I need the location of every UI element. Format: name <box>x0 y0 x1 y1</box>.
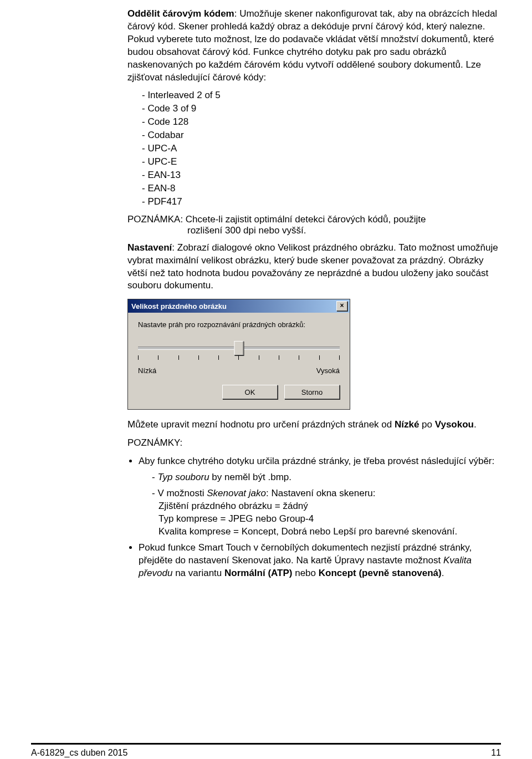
list-item: Interleaved 2 of 5 <box>142 90 501 101</box>
slider-thumb[interactable] <box>234 341 244 355</box>
settings-paragraph: Nastavení: Zobrazí dialogové okno Veliko… <box>127 242 501 293</box>
slider-ticks <box>138 355 340 360</box>
list-item: EAN-13 <box>142 170 501 181</box>
list-item: EAN-8 <box>142 183 501 194</box>
note-line: rozlišení 300 dpi nebo vyšší. <box>127 225 501 236</box>
list-item: Typ souboru by neměl být .bmp. <box>152 471 501 484</box>
footer-doc-id: A-61829_cs duben 2015 <box>31 748 127 758</box>
footer-page-number: 11 <box>491 748 501 758</box>
slider-label-high: Vysoká <box>316 366 340 375</box>
text-barcode-separation: : Umožňuje skener nakonfigurovat tak, ab… <box>127 8 497 83</box>
list-item: Pokud funkce Smart Touch v černobílých d… <box>139 542 501 580</box>
barcode-separation-paragraph: Oddělit čárovým kódem: Umožňuje skener n… <box>127 8 501 84</box>
barcode-list: Interleaved 2 of 5 Code 3 of 9 Code 128 … <box>127 90 501 207</box>
list-item: PDF417 <box>142 196 501 207</box>
ok-button[interactable]: OK <box>222 385 278 399</box>
cancel-button[interactable]: Storno <box>284 385 340 399</box>
note-dpi: POZNÁMKA: Chcete-li zajistit optimální d… <box>127 214 501 236</box>
text-settings: : Zobrazí dialogové okno Velikost prázdn… <box>127 242 498 291</box>
slider-label-low: Nízká <box>138 366 156 375</box>
notes-list: Aby funkce chytrého dotyku určila prázdn… <box>127 455 501 579</box>
label-settings: Nastavení <box>127 242 172 253</box>
list-item: V možnosti Skenovat jako: Nastavení okna… <box>152 487 501 538</box>
threshold-slider[interactable] <box>138 341 340 364</box>
list-item: UPC-A <box>142 143 501 154</box>
page-footer: A-61829_cs duben 2015 11 <box>31 743 501 758</box>
list-item: UPC-E <box>142 156 501 167</box>
threshold-range-paragraph: Můžete upravit mezní hodnotu pro určení … <box>127 419 501 431</box>
dialog-titlebar[interactable]: Velikost prázdného obrázku × <box>128 299 350 313</box>
list-item: Code 128 <box>142 116 501 128</box>
notes-heading: POZNÁMKY: <box>127 437 501 450</box>
list-item: Code 3 of 9 <box>142 103 501 114</box>
list-item: Codabar <box>142 130 501 141</box>
dialog-title: Velikost prázdného obrázku <box>131 302 227 310</box>
blank-image-size-dialog: Velikost prázdného obrázku × Nastavte pr… <box>127 299 350 410</box>
dialog-instruction: Nastavte práh pro rozpoznávání prázdných… <box>138 320 340 329</box>
close-icon[interactable]: × <box>336 301 347 311</box>
list-item: Aby funkce chytrého dotyku určila prázdn… <box>139 455 501 538</box>
label-barcode-separation: Oddělit čárovým kódem <box>127 8 234 19</box>
note-line: POZNÁMKA: Chcete-li zajistit optimální d… <box>127 214 501 225</box>
